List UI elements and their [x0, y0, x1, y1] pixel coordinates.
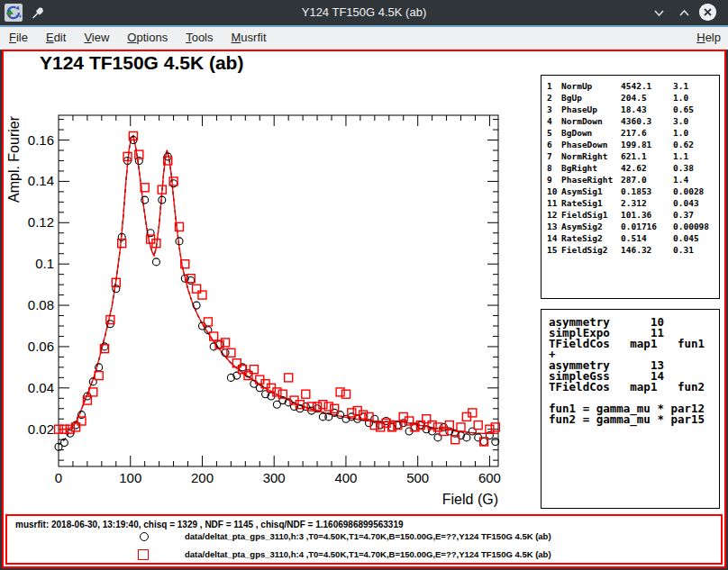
- menu-item-musrfit[interactable]: Musrfit: [223, 27, 276, 44]
- param-row: 5BgDown217.61.0: [547, 127, 719, 139]
- menu-item-view[interactable]: View: [75, 27, 118, 44]
- param-row: 2BgUp204.51.0: [547, 92, 719, 104]
- param-row: 6PhaseDown199.810.62: [547, 139, 719, 150]
- svg-text:300: 300: [263, 470, 286, 485]
- main-plot-pad[interactable]: 01002003004005006000.020.040.060.080.10.…: [4, 51, 724, 514]
- param-row: 1NormUp4542.13.1: [547, 80, 719, 92]
- theory-box[interactable]: asymmetry 10 simplExpo 11 TFieldCos map1…: [541, 309, 720, 509]
- legend-label: data/deltat_pta_gps_3110,h:4 ,T0=4.50K,T…: [185, 549, 551, 559]
- legend-row: data/deltat_pta_gps_3110,h:4 ,T0=4.50K,T…: [7, 547, 721, 562]
- param-row: 14RateSig20.5140.045: [547, 232, 719, 244]
- series-circles: [55, 137, 499, 451]
- fourier-spectrum-plot[interactable]: 01002003004005006000.020.040.060.080.10.…: [4, 51, 541, 512]
- param-row: 9PhaseRight287.01.4: [547, 174, 719, 185]
- svg-text:100: 100: [119, 470, 141, 485]
- musrfit-status-line: musrfit: 2018-06-30, 13:19:40, chisq = 1…: [15, 520, 404, 529]
- legend-label: data/deltat_pta_gps_3110,h:3 ,T0=4.50K,T…: [185, 531, 551, 541]
- param-row: 3PhaseUp18.430.65: [547, 104, 719, 115]
- svg-text:0.12: 0.12: [28, 214, 54, 230]
- menubar: FileEditViewOptionsToolsMusrfit Help: [0, 25, 728, 50]
- y-axis-title: Ampl. Fourier: [6, 115, 22, 203]
- legend-row: data/deltat_pta_gps_3110,h:3 ,T0=4.50K,T…: [7, 529, 721, 544]
- param-row: 13AsymSig20.017160.00098: [547, 221, 719, 232]
- titlebar: ++ Y124 TF150G 4.5K (ab): [0, 0, 728, 25]
- svg-text:0.08: 0.08: [28, 297, 54, 312]
- menu-item-options[interactable]: Options: [118, 27, 177, 44]
- param-row: 4NormDown4360.33.0: [547, 115, 719, 127]
- param-row: 8BgRight42.620.38: [547, 162, 719, 174]
- square-marker-icon: [138, 549, 149, 560]
- svg-text:0.16: 0.16: [28, 132, 54, 148]
- param-row: 11RateSig12.3120.043: [547, 197, 719, 209]
- theory-text: asymmetry 10 simplExpo 11 TFieldCos map1…: [549, 317, 719, 425]
- menu-item-edit[interactable]: Edit: [37, 27, 75, 44]
- param-row: 15FieldSig2146.320.31: [547, 244, 719, 256]
- svg-text:0: 0: [55, 470, 62, 485]
- param-row: 12FieldSig1101.360.37: [547, 209, 719, 221]
- window-title: Y124 TF150G 4.5K (ab): [0, 0, 728, 25]
- info-legend-pad[interactable]: musrfit: 2018-06-30, 13:19:40, chisq = 1…: [5, 514, 723, 565]
- fit-parameter-box[interactable]: 1NormUp4542.13.12BgUp204.51.03PhaseUp18.…: [541, 75, 720, 299]
- svg-text:500: 500: [406, 470, 429, 485]
- menu-item-help[interactable]: Help: [696, 31, 721, 44]
- plot-title: Y124 TF150G 4.5K (ab): [40, 52, 243, 74]
- svg-text:0.1: 0.1: [35, 256, 54, 271]
- fit-h4: [59, 136, 498, 433]
- maximize-icon[interactable]: [678, 6, 691, 20]
- svg-text:0.06: 0.06: [28, 339, 54, 354]
- menu-items: FileEditViewOptionsToolsMusrfit: [0, 29, 276, 44]
- menu-item-file[interactable]: File: [0, 27, 37, 44]
- close-icon[interactable]: [699, 4, 716, 21]
- param-row: 10AsymSig10.18530.0028: [547, 185, 719, 197]
- svg-text:400: 400: [334, 470, 357, 485]
- x-axis-title: Field (G): [442, 492, 498, 507]
- menu-item-tools[interactable]: Tools: [177, 27, 222, 44]
- svg-text:0.04: 0.04: [28, 380, 54, 395]
- param-row: 7NormRight621.11.1: [547, 150, 719, 162]
- circle-marker-icon: [140, 532, 149, 541]
- svg-text:200: 200: [191, 470, 214, 485]
- x-axis-ticks: [73, 115, 489, 466]
- series-squares: [55, 131, 500, 446]
- root-canvas[interactable]: 01002003004005006000.020.040.060.080.10.…: [2, 50, 726, 568]
- svg-text:0.02: 0.02: [28, 421, 54, 437]
- svg-text:0.14: 0.14: [28, 173, 54, 188]
- svg-text:600: 600: [478, 470, 501, 485]
- y-axis-ticks: [59, 120, 498, 461]
- x-axis-labels: 0100200300400500600: [55, 470, 501, 485]
- minimize-icon[interactable]: [652, 6, 666, 20]
- y-axis-labels: 0.020.040.060.080.10.120.140.16: [28, 132, 54, 437]
